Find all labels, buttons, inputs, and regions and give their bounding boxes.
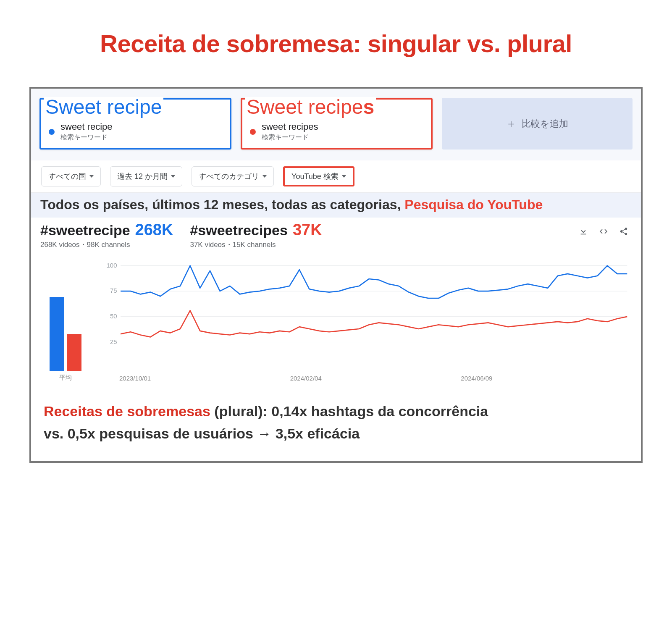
count-term1: 268K [135,221,173,239]
chevron-down-icon [342,175,346,178]
compare-card-term2[interactable]: Sweet recipes sweet recipes 検索キーワード [241,98,433,150]
hashtag-term2: #sweetrecipes [190,222,288,239]
conclusion-text: Receitas de sobremesas (plural): 0,14x h… [31,386,641,461]
term2-text: sweet recipes [262,121,318,132]
share-icon[interactable] [619,227,628,238]
term2-sub: 検索キーワード [262,133,318,142]
svg-text:75: 75 [110,287,117,294]
page-title: Receita de sobremesa: singular vs. plura… [29,29,643,58]
filter-annotation: Todos os países, últimos 12 meses, todas… [31,193,641,218]
stat-sub-term1: 268K videos・98K channels [40,240,173,249]
add-compare-label: 比較を追加 [522,118,568,130]
filter-country[interactable]: すべての国 [41,166,101,186]
trends-panel: Sweet recipe sweet recipe 検索キーワード Sweet … [29,87,643,463]
series-dot-blue [49,129,55,135]
avg-label: 平均 [40,374,91,382]
chart-area: 平均 255075100 2023/10/01 2024/02/04 2024/… [31,250,641,386]
compare-card-term1[interactable]: Sweet recipe sweet recipe 検索キーワード [39,98,231,150]
filters-row: すべての国 過去 12 か月間 すべてのカテゴリ YouTube 検索 [31,160,641,193]
svg-text:50: 50 [110,312,117,320]
term1-sub: 検索キーワード [60,133,113,142]
add-compare-button[interactable]: ＋ 比較を追加 [442,98,633,150]
stats-row: #sweetrecipe 268K 268K videos・98K channe… [31,218,641,250]
svg-text:25: 25 [110,338,117,345]
filter-source[interactable]: YouTube 検索 [283,166,354,186]
stat-sub-term2: 37K videos・15K channels [190,240,322,249]
term1-text: sweet recipe [60,121,113,132]
hashtag-term1: #sweetrecipe [40,222,130,239]
x-tick: 2023/10/01 [119,375,290,382]
overlay-label-term2: Sweet recipes [245,97,376,117]
x-tick: 2024/02/04 [290,375,461,382]
chevron-down-icon [171,175,175,178]
count-term2: 37K [293,221,322,239]
download-icon[interactable] [579,227,588,238]
series-dot-red [250,129,256,135]
avg-bar-term2 [67,334,81,371]
plus-icon: ＋ [506,116,517,131]
avg-bar-term1 [50,297,64,371]
stat-term1: #sweetrecipe 268K 268K videos・98K channe… [40,221,173,249]
stat-term2: #sweetrecipes 37K 37K videos・15K channel… [190,221,322,249]
x-tick: 2024/06/09 [461,375,632,382]
avg-bar-chart: 平均 [40,279,91,382]
overlay-label-term1: Sweet recipe [44,97,163,117]
compare-row: Sweet recipe sweet recipe 検索キーワード Sweet … [31,89,641,160]
chevron-down-icon [262,175,267,178]
trend-line-chart: 255075100 2023/10/01 2024/02/04 2024/06/… [101,263,632,382]
svg-text:100: 100 [107,263,117,269]
filter-period[interactable]: 過去 12 か月間 [110,166,182,186]
filter-category[interactable]: すべてのカテゴリ [192,166,274,186]
embed-icon[interactable] [599,227,608,238]
chevron-down-icon [89,175,94,178]
